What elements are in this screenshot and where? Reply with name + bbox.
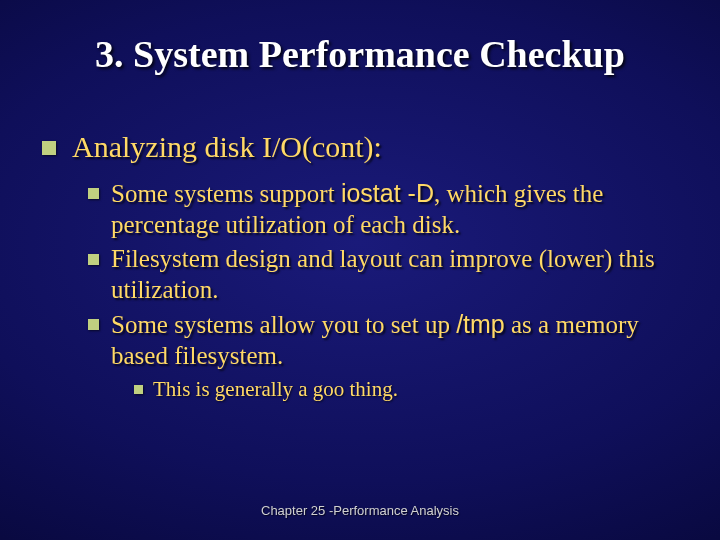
lvl3-text: This is generally a goo thing. — [153, 377, 398, 402]
list-item: Filesystem design and layout can improve… — [88, 244, 678, 305]
slide-body: Analyzing disk I/O(cont): Some systems s… — [42, 130, 678, 406]
text-run: Some systems allow you to set up — [111, 311, 456, 338]
lvl2-text: Some systems support iostat -D, which gi… — [111, 178, 678, 240]
bullet-icon — [88, 188, 99, 199]
bullet-icon — [42, 141, 56, 155]
list-item: This is generally a goo thing. — [134, 377, 678, 402]
text-run: Some systems support — [111, 180, 341, 207]
bullet-icon — [88, 319, 99, 330]
lvl2-text: Filesystem design and layout can improve… — [111, 244, 678, 305]
list-item: Some systems allow you to set up /tmp as… — [88, 309, 678, 371]
bullet-icon — [134, 385, 143, 394]
code-text: iostat -D — [341, 179, 434, 207]
code-text: /tmp — [456, 310, 505, 338]
slide-footer: Chapter 25 -Performance Analysis — [0, 503, 720, 518]
lvl2-text: Some systems allow you to set up /tmp as… — [111, 309, 678, 371]
list-item: Some systems support iostat -D, which gi… — [88, 178, 678, 240]
list-item: Analyzing disk I/O(cont): — [42, 130, 678, 164]
lvl1-text: Analyzing disk I/O(cont): — [72, 130, 382, 164]
bullet-icon — [88, 254, 99, 265]
slide: 3. System Performance Checkup Analyzing … — [0, 0, 720, 540]
slide-title: 3. System Performance Checkup — [0, 32, 720, 76]
